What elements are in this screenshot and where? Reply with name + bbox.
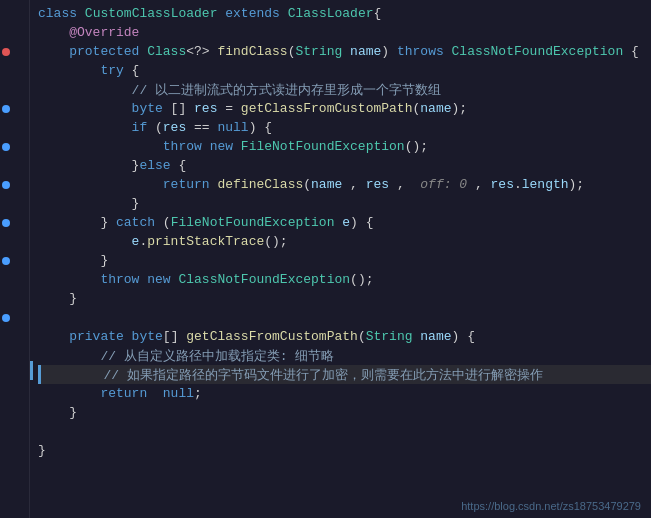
gutter-line xyxy=(0,232,29,251)
code-editor: class CustomClassLoader extends ClassLoa… xyxy=(0,0,651,518)
code-token: printStackTrace xyxy=(147,234,264,249)
gutter-line xyxy=(0,308,29,327)
code-token: = xyxy=(217,101,240,116)
code-token: (); xyxy=(264,234,287,249)
code-token xyxy=(280,6,288,21)
code-token: String xyxy=(295,44,342,59)
code-token: // 从自定义路径中加载指定类: 细节略 xyxy=(100,347,334,365)
code-line: try { xyxy=(38,61,651,80)
code-token: e xyxy=(132,234,140,249)
code-token: ClassNotFoundException xyxy=(178,272,350,287)
gutter-line xyxy=(0,175,29,194)
code-line: return defineClass(name , res , off: 0 ,… xyxy=(38,175,651,194)
code-token: throw xyxy=(163,139,202,154)
code-line: e.printStackTrace(); xyxy=(38,232,651,251)
code-token: . xyxy=(139,234,147,249)
code-token: { xyxy=(623,44,639,59)
code-token: ; xyxy=(194,386,202,401)
gutter-line xyxy=(0,327,29,346)
gutter-line xyxy=(0,384,29,403)
code-token xyxy=(217,6,225,21)
gutter-line xyxy=(0,346,29,365)
code-token xyxy=(77,6,85,21)
code-line: class CustomClassLoader extends ClassLoa… xyxy=(38,4,651,23)
code-token: ( xyxy=(303,177,311,192)
gutter-line xyxy=(0,403,29,422)
code-token: name xyxy=(350,44,381,59)
code-token: , xyxy=(342,177,365,192)
code-token: return xyxy=(100,386,147,401)
gutter-line xyxy=(0,194,29,213)
breakpoint-dot xyxy=(2,219,10,227)
code-token: <?> xyxy=(186,44,217,59)
code-token: == xyxy=(186,120,217,135)
code-token xyxy=(171,272,179,287)
gutter-line xyxy=(0,99,29,118)
code-line: } xyxy=(38,403,651,422)
code-token: protected xyxy=(69,44,139,59)
gutter-line xyxy=(0,441,29,460)
gutter-line xyxy=(0,251,29,270)
code-token: } xyxy=(69,405,77,420)
gutter-line xyxy=(0,270,29,289)
gutter-line xyxy=(0,42,29,61)
code-lines[interactable]: class CustomClassLoader extends ClassLoa… xyxy=(30,0,651,518)
code-token: try xyxy=(100,63,123,78)
code-token xyxy=(202,139,210,154)
code-token: findClass xyxy=(217,44,287,59)
code-token: @Override xyxy=(69,25,139,40)
code-token: ( xyxy=(155,215,171,230)
code-token: String xyxy=(366,329,413,344)
code-token xyxy=(139,272,147,287)
code-token: ( xyxy=(288,44,296,59)
gutter-line xyxy=(0,118,29,137)
code-line: throw new FileNotFoundException(); xyxy=(38,137,651,156)
code-line: } xyxy=(38,289,651,308)
code-line: byte [] res = getClassFromCustomPath(nam… xyxy=(38,99,651,118)
code-token: res xyxy=(491,177,514,192)
breakpoint-dot xyxy=(2,143,10,151)
code-token: FileNotFoundException xyxy=(241,139,405,154)
code-token: [] xyxy=(163,101,194,116)
code-token: } xyxy=(132,196,140,211)
code-token xyxy=(342,44,350,59)
code-token: res xyxy=(163,120,186,135)
code-token: } xyxy=(100,253,108,268)
gutter-line xyxy=(0,23,29,42)
gutter-line xyxy=(0,422,29,441)
code-token: } xyxy=(69,291,77,306)
code-token: class xyxy=(38,6,77,21)
code-token xyxy=(334,215,342,230)
gutter-line xyxy=(0,213,29,232)
code-token: res xyxy=(366,177,389,192)
code-token: { xyxy=(374,6,382,21)
code-token: getClassFromCustomPath xyxy=(241,101,413,116)
code-token: new xyxy=(210,139,233,154)
code-token: { xyxy=(124,63,140,78)
code-token: if xyxy=(132,120,148,135)
code-line: }else { xyxy=(38,156,651,175)
gutter-line xyxy=(0,61,29,80)
code-token: (); xyxy=(405,139,428,154)
code-line: } xyxy=(38,194,651,213)
code-token: ) { xyxy=(350,215,373,230)
code-token: } xyxy=(132,158,140,173)
code-line xyxy=(38,308,651,327)
gutter-line xyxy=(0,80,29,99)
code-token: defineClass xyxy=(217,177,303,192)
code-token: // 以二进制流式的方式读进内存里形成一个字节数组 xyxy=(132,81,441,99)
code-token xyxy=(444,44,452,59)
code-token: [] xyxy=(163,329,186,344)
gutter-line xyxy=(0,365,29,384)
code-token: ClassLoader xyxy=(288,6,374,21)
code-token: // 如果指定路径的字节码文件进行了加密，则需要在此方法中进行解密操作 xyxy=(103,366,542,384)
code-token: ); xyxy=(569,177,585,192)
code-token: byte xyxy=(132,101,163,116)
code-line: @Override xyxy=(38,23,651,42)
code-token: e xyxy=(342,215,350,230)
code-token: name xyxy=(420,329,451,344)
code-token: } xyxy=(38,443,46,458)
code-token xyxy=(233,139,241,154)
code-token: ( xyxy=(358,329,366,344)
breakpoint-dot xyxy=(2,257,10,265)
